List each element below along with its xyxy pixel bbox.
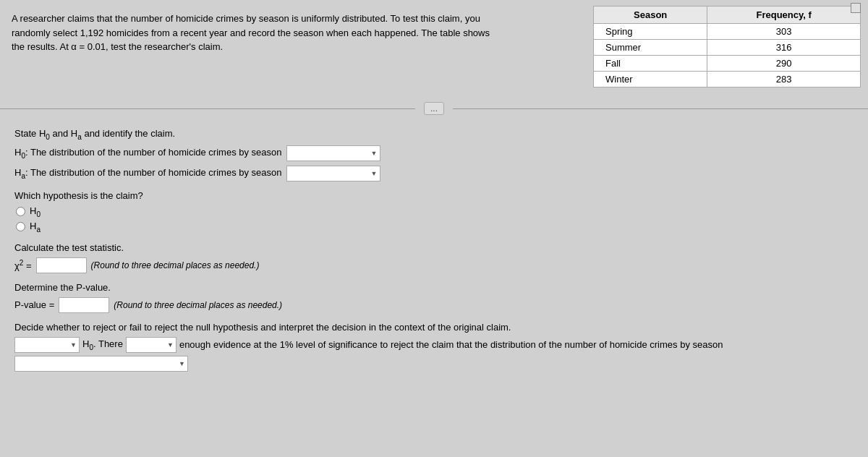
decide-label: Decide whether to reject or fail to reje… [14,322,854,333]
divider-line-right [453,108,868,109]
corner-icon [851,3,861,13]
state-label: State H0 and Ha and identify the claim. [14,128,854,141]
main-container: A researcher claims that the number of h… [0,0,868,457]
pvalue-text: P-value = [14,299,54,310]
context-dropdown-wrapper: is uniformly distributed is not uniforml… [14,356,188,372]
intro-section: A researcher claims that the number of h… [0,0,586,95]
divider-row: ... [0,95,868,125]
ha-text: Ha: The distribution of the number of ho… [14,167,282,180]
reject-dropdown[interactable]: Reject Fail to reject [14,337,80,353]
radio-ha-row: Ha [16,221,854,234]
questions-section: State H0 and Ha and identify the claim. … [0,125,868,392]
state-sub-0: 0 [46,133,50,141]
which-claim-section: Which hypothesis is the claim? H0 Ha [14,190,854,234]
h0-dropdown[interactable]: is uniform is not uniform [286,145,380,161]
divider-dots: ... [424,102,444,115]
table-season-cell: Spring [594,24,707,40]
table-season-cell: Summer [594,40,707,56]
chi-note: (Round to three decimal places as needed… [91,260,260,270]
context-dropdown[interactable]: is uniformly distributed is not uniforml… [14,356,188,372]
h0-dropdown-wrapper: is uniform is not uniform [286,145,380,161]
decide-section: Decide whether to reject or fail to reje… [14,322,854,372]
h0-label-bottom: H0. There [82,338,123,351]
reject-dropdown-wrapper: Reject Fail to reject [14,337,80,353]
bottom-text: enough evidence at the 1% level of signi… [179,339,723,350]
enough-dropdown-wrapper: is is not [126,337,176,353]
ha-dropdown[interactable]: is not uniform is uniform [286,166,380,181]
pvalue-row: P-value = (Round to three decimal places… [14,297,854,313]
col2-header: Frequency, f [707,7,861,24]
ha-subscript: a [21,171,25,179]
radio-h0[interactable] [16,207,25,216]
col1-header: Season [594,7,707,24]
h0-text: H0: The distribution of the number of ho… [14,147,282,160]
pvalue-section: Determine the P-value. P-value = (Round … [14,282,854,313]
divider-line-left [0,108,415,109]
radio-h0-label: H0 [30,205,41,218]
pvalue-label: Determine the P-value. [14,282,854,293]
table-freq-cell: 290 [707,56,861,72]
intro-text: A researcher claims that the number of h… [12,12,503,54]
calc-section: Calculate the test statistic. χ2 = (Roun… [14,242,854,273]
h0-row: H0: The distribution of the number of ho… [14,145,854,161]
radio-ha[interactable] [16,222,25,231]
table-freq-cell: 283 [707,72,861,87]
enough-dropdown[interactable]: is is not [126,337,176,353]
state-sub-a: a [77,133,82,141]
table-freq-cell: 303 [707,24,861,40]
chi-input[interactable] [36,257,87,273]
radio-ha-label: Ha [30,221,41,234]
table-freq-cell: 316 [707,40,861,56]
data-table: Season Frequency, f Spring303Summer316Fa… [593,6,861,87]
decision-row: Reject Fail to reject H0. There is is no… [14,337,854,372]
h0-subscript: 0 [21,151,25,159]
state-section: State H0 and Ha and identify the claim. … [14,128,854,181]
calc-label: Calculate the test statistic. [14,242,854,253]
radio-h0-row: H0 [16,205,854,218]
data-table-section: Season Frequency, f Spring303Summer316Fa… [586,0,868,95]
chi-row: χ2 = (Round to three decimal places as n… [14,257,854,273]
which-claim-label: Which hypothesis is the claim? [14,190,854,201]
table-season-cell: Fall [594,56,707,72]
ha-dropdown-wrapper: is not uniform is uniform [286,166,380,181]
table-season-cell: Winter [594,72,707,87]
pvalue-note: (Round to three decimal places as needed… [114,300,282,310]
ha-row: Ha: The distribution of the number of ho… [14,166,854,181]
chi-symbol: χ2 = [14,259,32,271]
pvalue-input[interactable] [59,297,109,313]
